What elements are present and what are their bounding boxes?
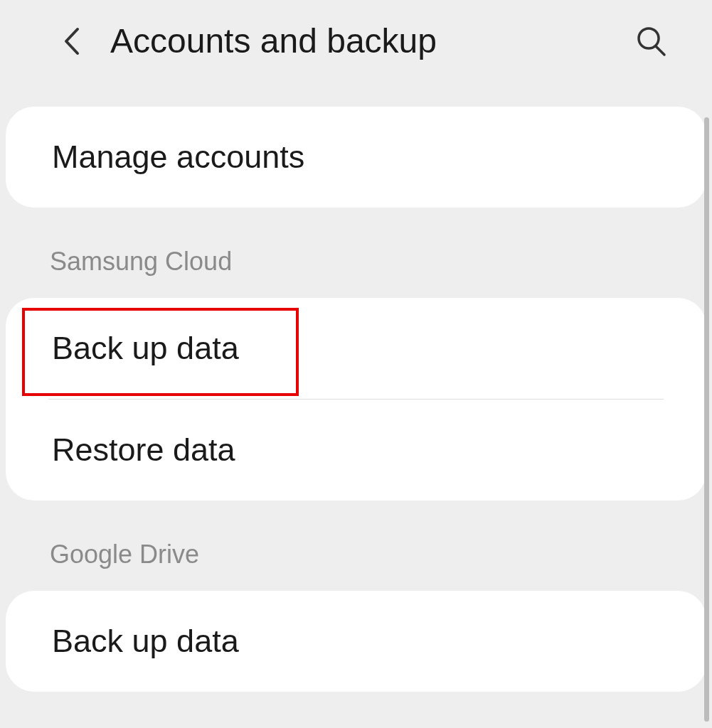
card-google-drive: Back up data bbox=[6, 591, 706, 692]
card-samsung-cloud: Back up data Restore data bbox=[6, 298, 706, 500]
search-icon bbox=[636, 26, 667, 57]
list-item-label: Back up data bbox=[52, 330, 239, 366]
list-item-label: Manage accounts bbox=[52, 139, 304, 175]
list-item-label: Back up data bbox=[52, 623, 239, 659]
list-item-label: Restore data bbox=[52, 432, 235, 468]
scrollbar[interactable] bbox=[704, 117, 709, 722]
section-header-samsung-cloud: Samsung Cloud bbox=[0, 208, 712, 298]
chevron-left-icon bbox=[62, 26, 80, 56]
svg-line-1 bbox=[656, 46, 664, 55]
list-item-samsung-backup[interactable]: Back up data bbox=[6, 298, 706, 399]
list-item-samsung-restore[interactable]: Restore data bbox=[6, 400, 706, 500]
section-header-google-drive: Google Drive bbox=[0, 500, 712, 591]
search-button[interactable] bbox=[634, 23, 669, 59]
page-title: Accounts and backup bbox=[110, 21, 634, 60]
card-top: Manage accounts bbox=[6, 107, 706, 208]
header-bar: Accounts and backup bbox=[0, 0, 712, 89]
list-item-google-backup[interactable]: Back up data bbox=[6, 591, 706, 692]
list-item-manage-accounts[interactable]: Manage accounts bbox=[6, 107, 706, 208]
back-button[interactable] bbox=[53, 23, 89, 59]
